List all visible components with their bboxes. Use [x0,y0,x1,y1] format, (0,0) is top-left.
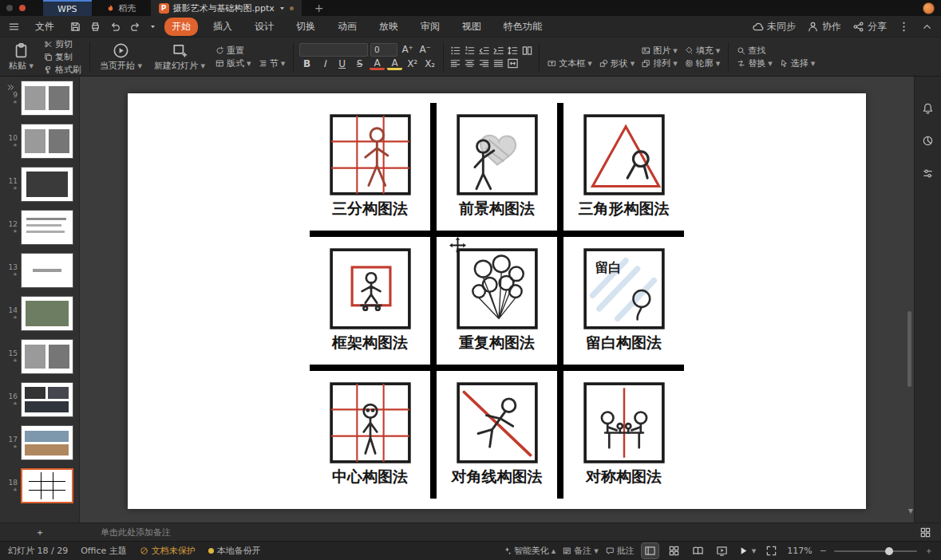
bullet-list-icon[interactable] [449,45,461,57]
tab-design[interactable]: 设计 [247,18,281,36]
line-spacing-icon[interactable] [507,45,519,57]
slide-thumbnail-13[interactable]: 13★ [0,249,79,292]
backup-status[interactable]: 本地备份开 [208,545,261,557]
find-button[interactable]: 查找 [734,45,817,57]
fit-window-button[interactable] [763,543,780,558]
tab-special-features[interactable]: 特色功能 [496,18,549,36]
tab-docer[interactable]: 稻壳 [98,0,144,16]
zoom-slider[interactable] [834,550,917,552]
paste-button[interactable]: 粘贴 ▾ [5,39,38,74]
main-menu-icon[interactable] [8,21,20,33]
font-color-button[interactable]: A [370,57,385,70]
tab-review[interactable]: 审阅 [413,18,447,36]
bell-icon[interactable] [922,102,934,114]
composition-card-frame[interactable]: 框架构图法 [310,237,430,365]
fill-button[interactable]: 填充▾ [682,45,723,57]
notes-toggle-button[interactable]: 备注▾ [563,545,599,557]
zoom-out-button[interactable]: − [820,546,827,556]
font-size-input[interactable] [370,43,397,57]
new-tab-button[interactable]: + [308,2,330,14]
share-button[interactable]: 分享 [852,20,887,34]
tab-slideshow[interactable]: 放映 [372,18,405,36]
strikethrough-button[interactable]: S [352,57,367,71]
play-from-current-status-button[interactable] [714,543,730,558]
slide-thumbnail-16[interactable]: 16★ [0,378,79,421]
reset-button[interactable]: 重置 [213,45,287,57]
scroll-down-icon[interactable]: ▾ [908,505,913,516]
slide-thumbnail-9[interactable]: 9★ [0,77,79,120]
italic-button[interactable]: I [317,57,332,71]
new-slide-button[interactable]: 新建幻灯片 ▾ [150,39,209,74]
collapse-ribbon-icon[interactable] [921,21,933,33]
composition-card-triangle[interactable]: 三角形构图法 [563,103,684,231]
arrange-button[interactable]: 排列▾ [639,57,680,69]
composition-card-foreground[interactable]: 前景构图法 [437,103,557,231]
chart-icon[interactable] [922,135,934,147]
slide-thumbnail-12[interactable]: 12★ [0,206,79,249]
subscript-button[interactable]: X₂ [422,57,437,71]
settings-sliders-icon[interactable] [922,168,934,179]
composition-card-space[interactable]: 留白留白构图法 [563,237,684,365]
undo-icon[interactable] [109,21,121,33]
text-fit-icon[interactable] [507,57,519,69]
shape-button[interactable]: 形状▾ [597,57,638,69]
slide-preview[interactable] [21,167,73,202]
slide-thumbnail-18[interactable]: 18★ [0,464,79,507]
theme-label[interactable]: Office 主题 [81,545,127,557]
align-center-icon[interactable] [464,57,476,69]
increase-indent-icon[interactable] [492,45,504,57]
align-right-icon[interactable] [478,57,490,69]
tab-home[interactable]: 开始 [164,18,198,36]
columns-icon[interactable] [521,45,533,57]
save-icon[interactable] [69,21,81,33]
zoom-level[interactable]: 117% [787,546,812,556]
slide-preview[interactable] [21,382,73,417]
sync-status-button[interactable]: 未同步 [752,20,796,34]
comments-button[interactable]: 批注 [606,545,635,557]
align-left-icon[interactable] [449,57,461,69]
protection-status[interactable]: 文档未保护 [140,545,196,557]
decrease-font-button[interactable]: A⁻ [417,43,433,57]
composition-grid-image[interactable]: 三分构图法前景构图法三角形构图法框架构图法重复构图法留白留白构图法中心构图法对角… [310,103,684,499]
vertical-scrollbar[interactable] [907,311,911,387]
slide-thumbnail-15[interactable]: 15★ [0,335,79,378]
increase-font-button[interactable]: A⁺ [400,43,415,57]
more-options-icon[interactable] [898,21,910,33]
tab-wps-home[interactable]: WPS [43,0,92,16]
menu-file[interactable]: 文件 [28,18,61,36]
composition-card-repeat[interactable]: 重复构图法 [437,237,557,365]
slide-preview[interactable] [21,210,73,245]
section-button[interactable]: 节▾ [256,57,288,69]
outline-button[interactable]: 轮廓▾ [682,57,723,69]
tab-menu-caret-icon[interactable] [279,5,286,12]
slide-thumbnail-10[interactable]: 10★ [0,120,79,163]
tab-document[interactable]: P 摄影艺术与基础构图.pptx [151,0,302,16]
slide-preview[interactable] [21,468,73,503]
collaborate-button[interactable]: 协作 [807,20,841,34]
slide-canvas[interactable]: 三分构图法前景构图法三角形构图法框架构图法重复构图法留白留白构图法中心构图法对角… [128,93,866,509]
element-gallery-icon[interactable] [919,526,931,538]
redo-icon[interactable] [129,21,141,33]
slide-preview[interactable] [21,339,73,374]
user-avatar[interactable] [923,2,935,14]
slide-thumbnail-11[interactable]: 11★ [0,163,79,206]
slide-preview[interactable] [21,124,73,159]
smart-beautify-button[interactable]: 智能美化▴ [503,545,556,557]
composition-card-symmetry[interactable]: 对称构图法 [563,371,684,499]
align-justify-icon[interactable] [492,57,504,69]
tab-animation[interactable]: 动画 [330,18,364,36]
print-icon[interactable] [89,21,101,33]
zoom-in-button[interactable]: ＋ [924,545,933,557]
picture-button[interactable]: 图片▾ [639,45,680,57]
add-slide-button[interactable]: ＋ [0,526,80,539]
select-button[interactable]: 选择▾ [777,57,818,69]
slide-preview[interactable] [21,296,73,331]
slideshow-button[interactable]: ▾ [737,545,757,557]
slide-preview[interactable] [21,425,73,460]
reading-view-button[interactable] [690,543,706,558]
underline-button[interactable]: U [334,57,350,71]
bold-button[interactable]: B [299,57,314,71]
numbered-list-icon[interactable] [464,45,476,57]
decrease-indent-icon[interactable] [478,45,490,57]
slide-thumbnail-14[interactable]: 14★ [0,292,79,335]
